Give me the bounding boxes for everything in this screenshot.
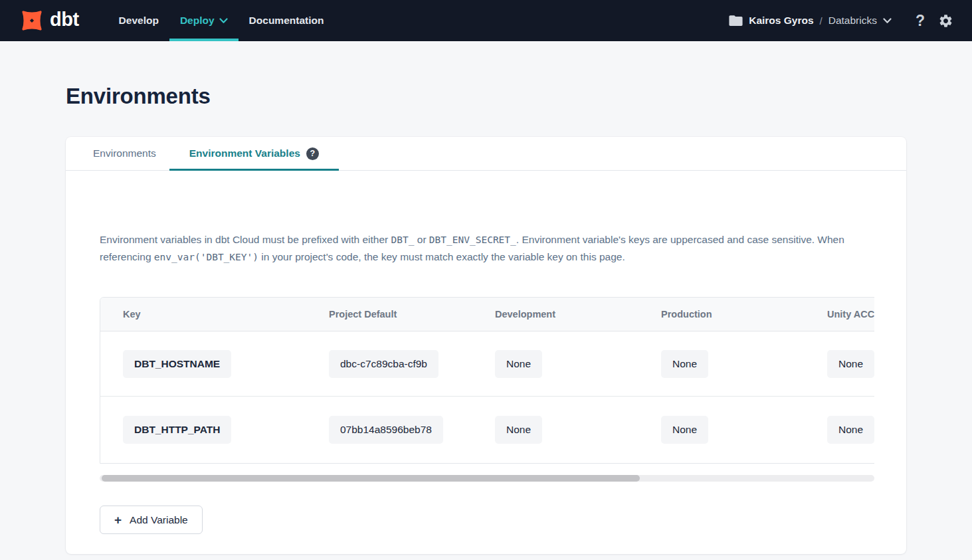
env-variables-table-viewport: Key Project Default Development Producti… <box>100 297 874 464</box>
help-circle-icon[interactable]: ? <box>306 147 319 160</box>
column-header-key: Key <box>100 309 306 320</box>
page-title: Environments <box>66 84 906 109</box>
project-default-cell[interactable]: 07bb14a8596beb78 <box>329 416 443 444</box>
column-header-project-default: Project Default <box>306 309 472 320</box>
table-row: DBT_HTTP_PATH 07bb14a8596beb78 None None… <box>100 396 874 463</box>
env-variables-table: Key Project Default Development Producti… <box>100 297 874 464</box>
code-dbt-prefix: DBT_ <box>391 234 415 245</box>
nav-item-documentation[interactable]: Documentation <box>239 0 335 41</box>
nav-item-deploy[interactable]: Deploy <box>169 0 239 41</box>
folder-icon <box>729 15 743 27</box>
project-default-cell[interactable]: dbc-c7c89cba-cf9b <box>329 350 438 378</box>
tab-bar: Environments Environment Variables ? <box>66 137 906 171</box>
project-switcher[interactable]: Kairos Gyros / Databricks <box>729 15 892 27</box>
code-dbt-env-secret-prefix: DBT_ENV_SECRET_ <box>429 234 516 245</box>
nav-item-develop[interactable]: Develop <box>108 0 169 41</box>
gear-icon[interactable] <box>938 13 953 29</box>
dbt-logo[interactable]: dbt <box>19 0 79 41</box>
navbar-right: Kairos Gyros / Databricks ? <box>729 0 953 41</box>
main-nav: Develop Deploy Documentation <box>108 0 335 41</box>
tab-environment-variables[interactable]: Environment Variables ? <box>169 137 339 170</box>
unity-acc-cell[interactable]: None <box>827 416 874 444</box>
tab-content: Environment variables in dbt Cloud must … <box>66 231 906 534</box>
horizontal-scrollbar-track[interactable] <box>100 475 874 482</box>
help-icon[interactable]: ? <box>916 13 925 29</box>
project-name: Databricks <box>828 15 877 27</box>
development-cell[interactable]: None <box>495 350 542 378</box>
account-name: Kairos Gyros <box>749 15 813 27</box>
breadcrumb-separator: / <box>820 15 823 27</box>
tab-environments[interactable]: Environments <box>80 137 169 170</box>
horizontal-scrollbar-thumb[interactable] <box>102 475 640 482</box>
table-header-row: Key Project Default Development Producti… <box>100 298 874 331</box>
production-cell[interactable]: None <box>661 416 708 444</box>
add-variable-label: Add Variable <box>130 514 188 526</box>
column-header-unity-acc: Unity ACC <box>805 309 874 320</box>
column-header-development: Development <box>472 309 638 320</box>
production-cell[interactable]: None <box>661 350 708 378</box>
variable-key-cell[interactable]: DBT_HOSTNAME <box>123 350 231 378</box>
variable-key-cell[interactable]: DBT_HTTP_PATH <box>123 416 231 444</box>
description-text: Environment variables in dbt Cloud must … <box>100 231 876 266</box>
dbt-logo-icon <box>19 7 45 34</box>
add-variable-button[interactable]: + Add Variable <box>100 506 203 534</box>
environments-card: Environments Environment Variables ? Env… <box>66 137 906 554</box>
page-body: Environments Environments Environment Va… <box>0 84 972 554</box>
chevron-down-icon <box>883 15 892 27</box>
development-cell[interactable]: None <box>495 416 542 444</box>
top-navbar: dbt Develop Deploy Documentation Kairos … <box>0 0 972 41</box>
chevron-down-icon <box>219 15 228 27</box>
column-header-production: Production <box>638 309 805 320</box>
code-env-var-example: env_var('DBT_KEY') <box>154 252 258 262</box>
plus-icon: + <box>114 513 122 526</box>
unity-acc-cell[interactable]: None <box>827 350 874 378</box>
table-row: DBT_HOSTNAME dbc-c7c89cba-cf9b None None… <box>100 331 874 396</box>
dbt-logo-text: dbt <box>50 10 79 32</box>
